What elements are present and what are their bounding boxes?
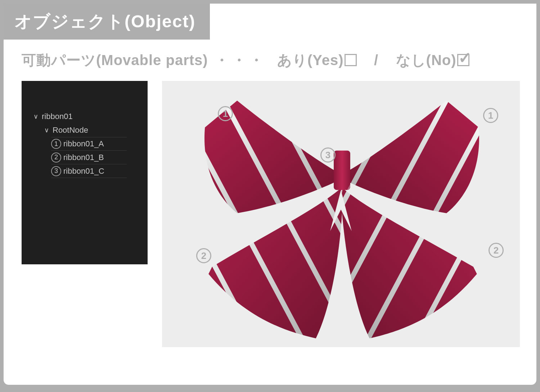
chevron-down-icon: ∨: [42, 126, 50, 134]
tree-root-label: ribbon01: [42, 112, 73, 121]
marker-text: 1: [488, 110, 493, 121]
marker-1: 1: [218, 106, 233, 121]
number-badge: 1: [51, 139, 61, 149]
tree-row-child[interactable]: 1 ribbon01_A: [51, 137, 127, 151]
content-row: ∨ ribbon01 ∨ RootNode 1 ribbon01_A 2 rib…: [4, 70, 536, 347]
chevron-down-icon: ∨: [32, 113, 40, 120]
tree-node-label: RootNode: [53, 126, 88, 135]
ribbon-illustration: [162, 81, 520, 346]
no-label: なし(No): [396, 52, 456, 68]
marker-text: 2: [494, 245, 499, 256]
preview-panel: 1 1 3 2 2: [162, 81, 520, 347]
section-title-text: オブジェクト(Object): [14, 12, 195, 31]
yes-label: あり(Yes): [277, 52, 344, 68]
hierarchy-panel: ∨ ribbon01 ∨ RootNode 1 ribbon01_A 2 rib…: [22, 81, 148, 264]
tree-row-child[interactable]: 3 ribbon01_C: [51, 164, 127, 178]
number-badge: 3: [51, 166, 61, 176]
marker-2: 2: [489, 243, 504, 258]
marker-2: 2: [196, 248, 211, 263]
tree-row-child[interactable]: 2 ribbon01_B: [51, 151, 127, 164]
yes-checkbox: [345, 54, 357, 66]
movable-label: 可動パーツ(Movable parts): [22, 52, 208, 68]
number-badge: 2: [51, 152, 61, 163]
tree-row-node[interactable]: ∨ RootNode: [42, 123, 141, 137]
marker-1: 1: [483, 108, 498, 123]
tree-child-label: ribbon01_C: [63, 167, 104, 176]
tree-child-label: ribbon01_B: [63, 153, 104, 162]
document-card: オブジェクト(Object) 可動パーツ(Movable parts) ・・・ …: [4, 4, 536, 385]
marker-3: 3: [320, 147, 336, 163]
movable-parts-line: 可動パーツ(Movable parts) ・・・ あり(Yes) / なし(No…: [4, 40, 536, 70]
dots: ・・・: [215, 52, 266, 68]
separator: /: [374, 52, 378, 68]
marker-text: 2: [201, 250, 206, 261]
svg-rect-5: [334, 151, 350, 190]
section-title: オブジェクト(Object): [4, 4, 210, 40]
tree-row-root[interactable]: ∨ ribbon01: [32, 110, 141, 123]
tree-child-label: ribbon01_A: [63, 139, 104, 149]
marker-text: 3: [325, 150, 330, 161]
no-checkbox: [457, 54, 469, 66]
marker-text: 1: [223, 108, 228, 119]
